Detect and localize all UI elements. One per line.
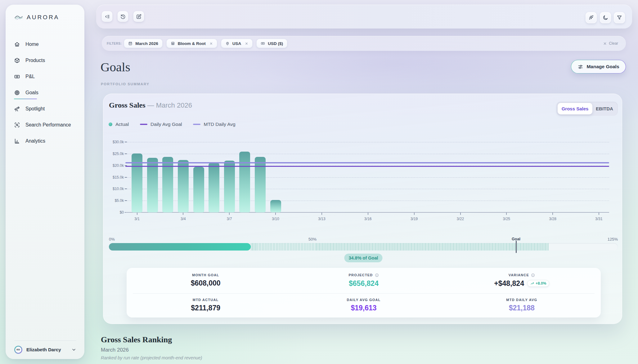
avatar: ED <box>14 346 22 354</box>
bar-3-9[interactable] <box>255 157 266 212</box>
percent-of-goal-badge: 34.8% of Goal <box>344 254 382 262</box>
filter-chip-bloom-root[interactable]: Bloom & Root <box>166 39 217 48</box>
x-axis-label: 3/4 <box>181 217 186 221</box>
banknote-icon <box>14 73 20 80</box>
history-icon <box>120 14 126 20</box>
filter-chip-march-2026[interactable]: March 2026 <box>124 39 163 48</box>
progress-projected-zone <box>251 243 549 251</box>
mtd-daily-avg-line <box>125 162 609 163</box>
y-axis-label: $10.0k <box>105 187 124 191</box>
ranking-title: Gross Sales Ranking <box>101 335 202 344</box>
brand: AURORA <box>14 14 59 21</box>
x-tick <box>506 213 507 215</box>
trending-up-icon <box>530 282 534 286</box>
info-icon <box>531 273 535 277</box>
remove-filter-icon[interactable] <box>245 42 248 45</box>
aurora-logo-icon <box>14 14 23 21</box>
collapse-panel-button[interactable] <box>102 11 112 22</box>
x-tick <box>599 213 599 215</box>
y-axis-label: $15.0k <box>105 175 124 180</box>
stat-projected: PROJECTED$656,824 <box>285 268 443 293</box>
progress-scale-label: 0% <box>109 237 115 242</box>
variance-percent-badge: +8.0% <box>527 280 549 287</box>
chevron-down-icon <box>71 347 76 352</box>
gridline <box>125 142 609 142</box>
y-axis-label: $25.0k <box>105 152 124 156</box>
progress-fill <box>109 243 251 251</box>
telescope-icon <box>14 106 20 112</box>
moon-button[interactable] <box>600 12 611 23</box>
bar-3-5[interactable] <box>193 167 204 212</box>
sparkles-icon <box>588 15 594 21</box>
edit-icon <box>136 14 142 20</box>
filter-chip-usa[interactable]: USA <box>221 39 253 48</box>
stat-variance: VARIANCE+$48,824+8.0% <box>443 268 601 293</box>
bar-3-3[interactable] <box>162 157 173 212</box>
funnel-icon <box>616 15 622 21</box>
sidebar-item-spotlight[interactable]: Spotlight <box>6 101 84 117</box>
x-axis-label: 3/16 <box>364 217 371 221</box>
x-axis-label: 3/31 <box>595 217 602 221</box>
x-axis-label: 3/7 <box>227 217 232 221</box>
gross-sales-card: Gross Sales— March 2026 Gross SalesEBITD… <box>103 94 622 324</box>
x-axis-label: 3/19 <box>411 217 418 221</box>
stat-mtd-daily-avg: MTD DAILY AVG$21,188 <box>443 293 601 317</box>
calendar-icon <box>128 41 133 46</box>
user-menu[interactable]: ED Elizabeth Darcy <box>14 340 76 355</box>
moon-icon <box>602 15 609 21</box>
sparkles-button[interactable] <box>586 12 597 23</box>
bar-3-8[interactable] <box>239 152 250 212</box>
filter-chip-usd[interactable]: USD ($) <box>256 39 287 48</box>
x-axis-label: 3/28 <box>549 217 556 221</box>
remove-filter-icon[interactable] <box>209 42 213 45</box>
user-name: Elizabeth Darcy <box>26 347 67 352</box>
sidebar-item-products[interactable]: Products <box>6 52 84 69</box>
bar-3-4[interactable] <box>178 160 189 212</box>
bar-3-7[interactable] <box>224 161 235 212</box>
sidebar-item-search-performance[interactable]: Search Performance <box>6 117 84 133</box>
filters-label: FILTERS: <box>107 42 122 45</box>
sidebar-item-goals[interactable]: Goals <box>6 85 84 101</box>
bar-chart-icon <box>14 138 20 144</box>
collapse-panel-icon <box>104 14 110 20</box>
filters-bar: FILTERS: March 2026Bloom & RootUSAUSD ($… <box>102 36 626 51</box>
y-axis-label: $5.0k <box>105 198 124 203</box>
x-tick <box>229 213 230 215</box>
x-axis-label: 3/10 <box>272 217 279 221</box>
funnel-button[interactable] <box>614 12 625 23</box>
x-tick <box>275 213 276 215</box>
x-tick <box>368 213 368 215</box>
y-tick <box>125 177 127 178</box>
goal-marker <box>516 241 517 253</box>
sidebar-item-analytics[interactable]: Analytics <box>6 133 84 149</box>
x-tick <box>460 213 461 215</box>
y-axis-label: $20.0k <box>105 163 124 168</box>
banknote-icon <box>261 41 265 46</box>
package-icon <box>14 57 20 64</box>
ranking-note: Ranked by run rate (projected month-end … <box>101 355 202 360</box>
x-axis-label: 3/25 <box>503 217 510 221</box>
page-title: Goals <box>101 60 130 74</box>
manage-goals-button[interactable]: Manage Goals <box>571 60 626 73</box>
gridline <box>125 154 609 154</box>
bar-3-6[interactable] <box>209 163 219 212</box>
bar-3-10[interactable] <box>270 200 281 212</box>
home-icon <box>14 41 20 47</box>
daily-avg-goal-line <box>125 166 609 167</box>
x-tick <box>414 213 415 215</box>
y-tick <box>125 200 127 201</box>
stat-daily-avg-goal: DAILY AVG GOAL$19,613 <box>285 293 443 317</box>
info-icon <box>375 273 379 277</box>
pin-icon <box>225 41 230 46</box>
sidebar-item-p-l[interactable]: P&L <box>6 69 84 85</box>
y-tick <box>125 142 127 142</box>
clear-filters-button[interactable]: Clear <box>603 41 618 46</box>
stats-panel: MONTH GOAL$608,000PROJECTED$656,824VARIA… <box>127 268 601 317</box>
edit-button[interactable] <box>133 11 144 22</box>
sidebar-item-home[interactable]: Home <box>6 36 84 52</box>
search-scan-icon <box>14 122 20 128</box>
history-button[interactable] <box>118 11 128 22</box>
x-axis-label: 3/13 <box>318 217 325 221</box>
progress-scale-label: 50% <box>308 237 317 242</box>
stats-divider <box>133 293 595 294</box>
